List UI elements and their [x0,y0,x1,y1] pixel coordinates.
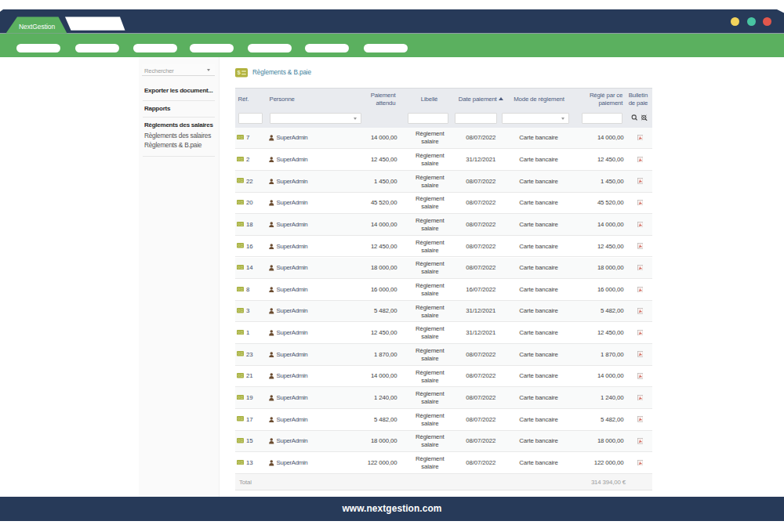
svg-text:$: $ [238,69,241,76]
